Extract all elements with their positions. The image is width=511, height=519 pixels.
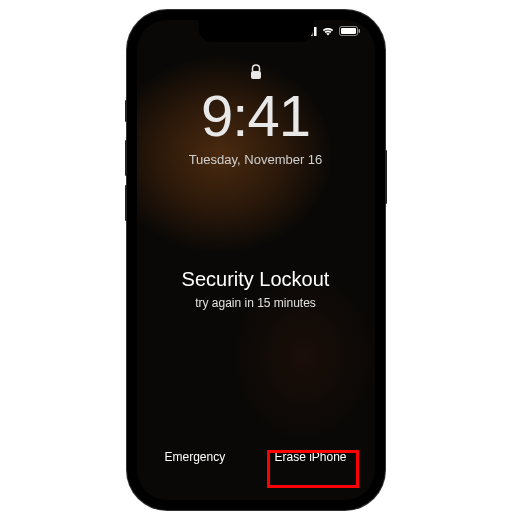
iphone-device-frame: 9:41 Tuesday, November 16 Security Locko… (127, 10, 385, 510)
wifi-icon (321, 26, 335, 36)
emergency-button[interactable]: Emergency (159, 442, 232, 472)
side-button (385, 150, 387, 204)
security-lockout-title: Security Lockout (137, 268, 375, 291)
volume-up-button (125, 140, 127, 176)
clock-time: 9:41 (137, 82, 375, 149)
clock-date: Tuesday, November 16 (137, 152, 375, 167)
battery-icon (339, 26, 361, 36)
volume-down-button (125, 185, 127, 221)
mute-switch (125, 100, 127, 122)
security-lockout-subtitle: try again in 15 minutes (137, 296, 375, 310)
svg-rect-3 (314, 27, 317, 36)
svg-rect-5 (341, 28, 356, 34)
lock-screen: 9:41 Tuesday, November 16 Security Locko… (137, 20, 375, 500)
erase-iphone-button[interactable]: Erase iPhone (268, 442, 352, 472)
svg-rect-6 (358, 29, 360, 33)
bottom-button-row: Emergency Erase iPhone (137, 442, 375, 472)
notch (198, 20, 313, 42)
svg-rect-7 (251, 71, 261, 79)
